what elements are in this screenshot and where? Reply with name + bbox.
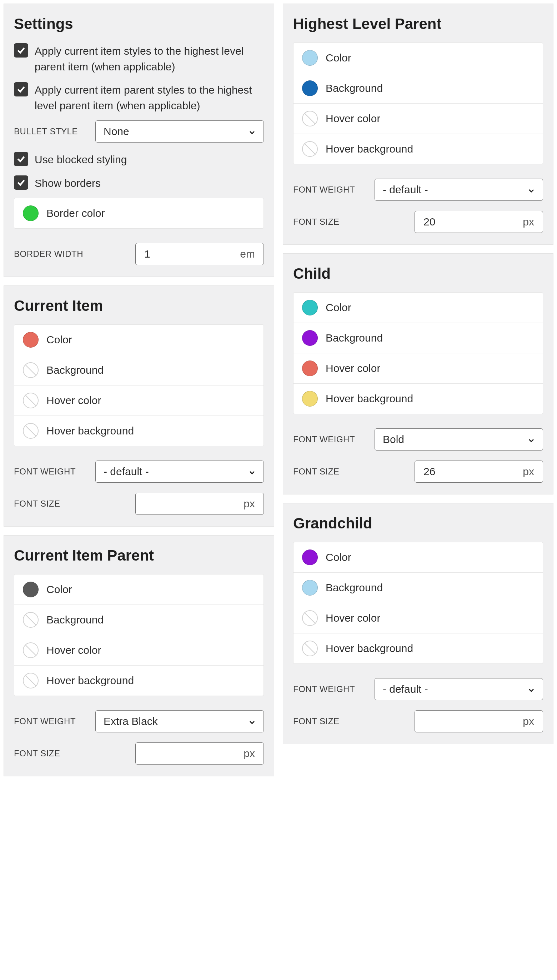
color-label: Color [46, 334, 72, 346]
input-unit: px [523, 715, 534, 727]
color-picker-hover-color[interactable]: Hover color [293, 353, 543, 384]
select-value: None [104, 126, 129, 137]
color-label: Background [326, 82, 383, 94]
field-bullet-style: Bullet Style None [14, 121, 264, 143]
color-label: Color [326, 52, 351, 64]
panel-title: Current Item Parent [14, 547, 264, 564]
input-border-width[interactable]: 1 em [135, 243, 264, 265]
color-label: Hover color [46, 644, 101, 656]
color-list-grandchild: Color Background Hover color Hover backg… [293, 542, 543, 664]
chevron-down-icon [527, 435, 536, 444]
select-value: Extra Black [104, 715, 158, 727]
color-picker-background[interactable]: Background [14, 605, 264, 635]
color-picker-background[interactable]: Background [14, 355, 264, 385]
panel-highest-level-parent: Highest Level Parent Color Background Ho… [283, 3, 554, 245]
input-unit: px [523, 466, 534, 478]
color-label: Color [326, 302, 351, 314]
field-font-weight: Font Weight - default - [14, 460, 264, 483]
chevron-down-icon [248, 127, 256, 136]
checkbox-show-borders[interactable] [14, 175, 28, 190]
border-color-picker[interactable]: Border color [14, 198, 264, 229]
color-label: Hover background [326, 143, 413, 155]
input-unit: px [523, 216, 534, 228]
panel-title: Grandchild [293, 515, 543, 532]
select-font-weight[interactable]: Bold [375, 428, 543, 450]
color-picker-hover-background[interactable]: Hover background [14, 665, 264, 696]
color-swatch-icon [302, 550, 318, 565]
color-picker-hover-background[interactable]: Hover background [14, 416, 264, 446]
select-font-weight[interactable]: - default - [95, 460, 264, 483]
color-swatch-icon [302, 610, 318, 626]
chevron-down-icon [248, 717, 256, 726]
color-picker-hover-background[interactable]: Hover background [293, 633, 543, 664]
select-value: - default - [383, 184, 428, 196]
field-font-weight: Font Weight - default - [293, 678, 543, 700]
color-swatch-icon [302, 111, 318, 127]
color-label: Hover background [326, 642, 413, 654]
color-swatch-icon [23, 205, 39, 221]
panel-current-item: Current Item Color Background Hover colo… [3, 285, 274, 527]
label-font-size: Font Size [14, 499, 89, 509]
color-picker-background[interactable]: Background [293, 573, 543, 603]
color-picker-hover-color[interactable]: Hover color [14, 635, 264, 665]
input-font-size[interactable]: 20 px [415, 211, 543, 233]
input-font-size[interactable]: px [135, 493, 264, 515]
color-swatch-icon [302, 300, 318, 315]
color-picker-color[interactable]: Color [293, 542, 543, 573]
input-unit: em [240, 248, 255, 260]
color-picker-hover-background[interactable]: Hover background [293, 134, 543, 164]
color-picker-color[interactable]: Color [14, 325, 264, 355]
color-label: Color [46, 584, 72, 595]
checkbox-apply-current[interactable] [14, 43, 28, 57]
panel-current-item-parent: Current Item Parent Color Background Hov… [3, 535, 274, 776]
panel-grandchild: Grandchild Color Background Hover color … [283, 503, 554, 744]
color-picker-background[interactable]: Background [293, 73, 543, 104]
label-font-size: Font Size [14, 748, 89, 758]
color-picker-hover-color[interactable]: Hover color [14, 385, 264, 416]
color-list-highest-level-parent: Color Background Hover color Hover backg… [293, 42, 543, 164]
label-font-weight: Font Weight [14, 466, 89, 476]
color-swatch-icon [23, 612, 39, 628]
color-swatch-icon [302, 80, 318, 96]
panel-title: Current Item [14, 297, 264, 315]
checkbox-apply-current-parent[interactable] [14, 82, 28, 96]
input-font-size[interactable]: px [135, 742, 264, 765]
color-picker-color[interactable]: Color [293, 43, 543, 73]
color-swatch-icon [23, 362, 39, 378]
select-font-weight[interactable]: - default - [375, 179, 543, 201]
color-picker-color[interactable]: Color [293, 293, 543, 323]
panel-child: Child Color Background Hover color Hover… [283, 253, 554, 494]
panel-settings: Settings Apply current item styles to th… [3, 3, 274, 277]
color-label: Hover color [326, 113, 380, 125]
color-swatch-icon [23, 332, 39, 347]
field-font-size: Font Size px [14, 493, 264, 515]
label-font-weight: Font Weight [14, 716, 89, 726]
checkbox-row-blocked-styling: Use blocked styling [14, 151, 264, 168]
input-value: 26 [423, 466, 523, 478]
color-label: Background [326, 582, 383, 594]
color-picker-hover-color[interactable]: Hover color [293, 104, 543, 134]
color-picker-hover-background[interactable]: Hover background [293, 384, 543, 414]
input-value: 20 [423, 216, 523, 228]
select-font-weight[interactable]: Extra Black [95, 710, 264, 732]
color-swatch-icon [23, 582, 39, 597]
checkbox-label: Apply current item styles to the highest… [35, 42, 264, 74]
select-value: - default - [383, 683, 428, 695]
checkbox-blocked-styling[interactable] [14, 152, 28, 166]
select-value: - default - [104, 466, 149, 478]
color-picker-background[interactable]: Background [293, 323, 543, 353]
panel-title: Highest Level Parent [293, 15, 543, 33]
input-unit: px [244, 498, 255, 510]
select-bullet-style[interactable]: None [95, 121, 264, 143]
label-font-size: Font Size [293, 466, 368, 476]
color-label: Hover background [46, 675, 134, 686]
input-font-size[interactable]: 26 px [415, 460, 543, 483]
color-swatch-icon [302, 330, 318, 346]
label-font-weight: Font Weight [293, 434, 368, 444]
label-font-size: Font Size [293, 716, 368, 726]
color-picker-color[interactable]: Color [14, 574, 264, 605]
color-picker-hover-color[interactable]: Hover color [293, 603, 543, 633]
color-swatch-icon [302, 391, 318, 406]
select-font-weight[interactable]: - default - [375, 678, 543, 700]
input-font-size[interactable]: px [415, 710, 543, 732]
